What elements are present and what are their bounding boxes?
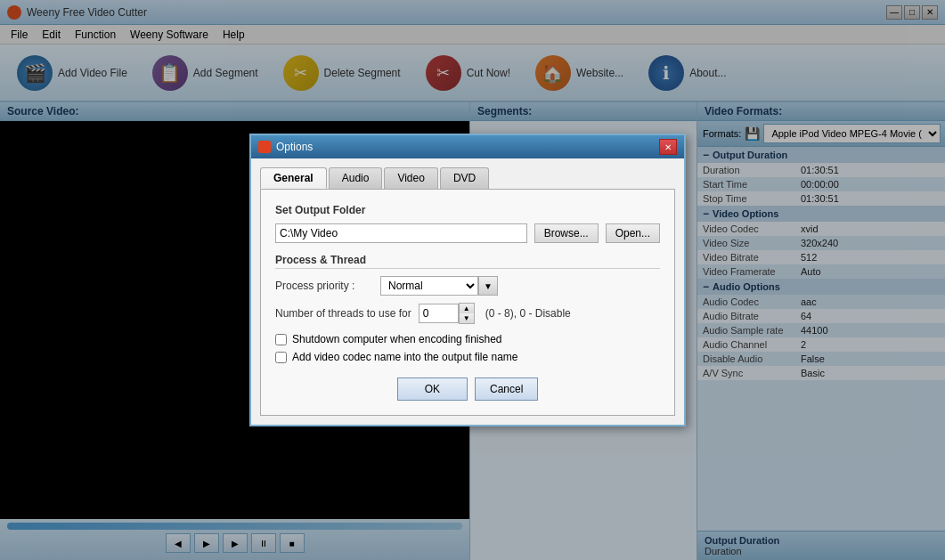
codec-name-label: Add video codec name into the output fil…	[292, 351, 518, 363]
tab-content-general: Set Output Folder Browse... Open... Proc…	[260, 189, 675, 416]
output-path-input[interactable]	[275, 223, 527, 243]
priority-label: Process priority :	[275, 280, 373, 292]
tab-dvd[interactable]: DVD	[440, 167, 489, 189]
threads-row: Number of threads to use for ▲ ▼ (0 - 8)…	[275, 303, 660, 324]
dialog-icon	[258, 141, 271, 153]
process-thread-title: Process & Thread	[275, 254, 660, 269]
threads-input[interactable]	[419, 304, 459, 323]
priority-dropdown-arrow[interactable]: ▼	[478, 276, 498, 296]
threads-spinner: ▲ ▼	[459, 303, 475, 324]
browse-button[interactable]: Browse...	[534, 223, 599, 243]
priority-control: Normal High Low Idle Real Time ▼	[380, 276, 498, 296]
priority-select[interactable]: Normal High Low Idle Real Time	[380, 276, 478, 296]
dialog-titlebar: Options ✕	[251, 135, 684, 158]
codec-name-checkbox[interactable]	[275, 352, 287, 363]
threads-control: ▲ ▼	[419, 303, 475, 324]
dialog-footer: OK Cancel	[275, 377, 660, 401]
dialog-close-button[interactable]: ✕	[659, 139, 677, 155]
cancel-button[interactable]: Cancel	[475, 377, 538, 401]
dialog-title: Options	[276, 141, 313, 153]
tab-audio[interactable]: Audio	[329, 167, 383, 189]
dialog-body: General Audio Video DVD Set Output Folde…	[251, 158, 684, 425]
shutdown-row: Shutdown computer when encoding finished	[275, 333, 660, 345]
ok-button[interactable]: OK	[397, 377, 468, 401]
spinner-up-button[interactable]: ▲	[460, 304, 474, 313]
tab-general[interactable]: General	[260, 167, 327, 189]
shutdown-checkbox[interactable]	[275, 334, 287, 345]
codec-name-row: Add video codec name into the output fil…	[275, 351, 660, 363]
dialog-tabs: General Audio Video DVD	[260, 167, 675, 189]
output-folder-title: Set Output Folder	[275, 204, 660, 216]
checkboxes-group: Shutdown computer when encoding finished…	[275, 333, 660, 363]
shutdown-label: Shutdown computer when encoding finished	[292, 333, 502, 345]
options-dialog: Options ✕ General Audio Video DVD Set Ou…	[249, 134, 686, 426]
spinner-down-button[interactable]: ▼	[460, 313, 474, 323]
modal-overlay: Options ✕ General Audio Video DVD Set Ou…	[0, 0, 945, 560]
output-folder-row: Browse... Open...	[275, 223, 660, 243]
threads-hint: (0 - 8), 0 - Disable	[485, 307, 571, 320]
open-button[interactable]: Open...	[606, 223, 660, 243]
threads-label: Number of threads to use for	[275, 307, 411, 320]
priority-row: Process priority : Normal High Low Idle …	[275, 276, 660, 296]
tab-video[interactable]: Video	[384, 167, 437, 189]
